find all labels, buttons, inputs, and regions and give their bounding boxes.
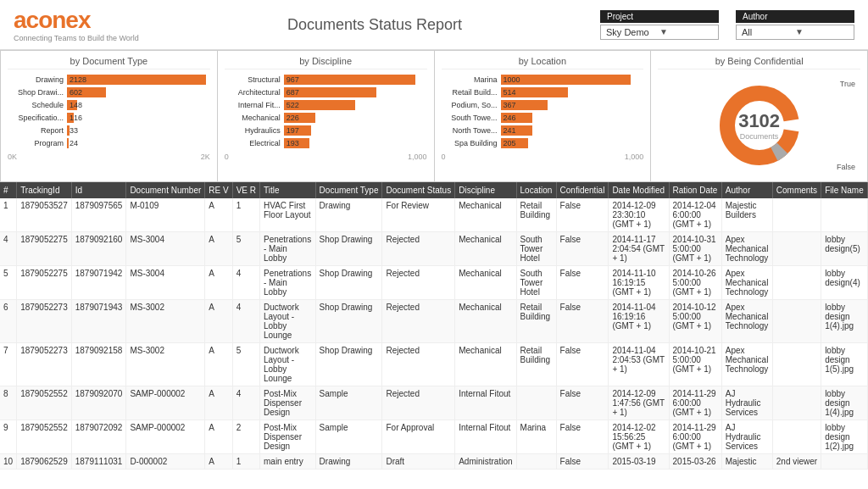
- bar-label: Hydraulics: [225, 126, 284, 135]
- table-cell: 2014-12-09 1:47:56 (GMT + 1): [609, 386, 669, 420]
- bar-container: 1000: [501, 75, 644, 85]
- table-cell: A: [205, 420, 232, 454]
- table-cell: Marina: [516, 420, 556, 454]
- table-cell: Draft: [382, 454, 455, 470]
- bars-location: Marina1000Retail Build...514Podium, So..…: [442, 75, 644, 148]
- table-cell: 2014-10-12 5:00:00 (GMT + 1): [669, 300, 721, 343]
- table-row[interactable]: 918790525521879072092SAMP-000002A2Post-M…: [0, 420, 868, 454]
- bar-container: 602: [67, 87, 210, 97]
- bar-fill: 602: [67, 87, 106, 97]
- table-cell: 2015-03-26: [669, 454, 721, 470]
- table-cell: 2014-11-10 16:19:15 (GMT + 1): [609, 266, 669, 300]
- table-row[interactable]: 518790522751879071942MS-3004A4Penetratio…: [0, 266, 868, 300]
- bar-row: Drawing2128: [8, 75, 210, 85]
- bar-fill: 1000: [501, 75, 632, 85]
- charts-row: by Document Type Drawing2128Shop Drawi..…: [0, 50, 868, 182]
- table-cell: 2014-10-31 5:00:00 (GMT + 1): [669, 232, 721, 266]
- table-cell: South Tower Hotel: [516, 232, 556, 266]
- table-cell: Apex Mechanical Technology: [721, 266, 772, 300]
- bar-fill: 33: [67, 125, 70, 136]
- bar-fill: 148: [67, 100, 77, 110]
- table-cell: Drawing: [315, 198, 382, 232]
- table-row[interactable]: 718790522731879092158MS-3002A5Ductwork L…: [0, 343, 868, 386]
- table-cell: [772, 300, 821, 343]
- table-cell: 4: [0, 232, 17, 266]
- table-cell: MS-3002: [126, 343, 205, 386]
- bar-value: 687: [287, 88, 299, 97]
- table-cell: Rejected: [382, 300, 455, 343]
- bar-container: 24: [67, 138, 210, 148]
- bars-document-type: Drawing2128Shop Drawi...602Schedule148Sp…: [8, 75, 210, 148]
- table-cell: Shop Drawing: [315, 300, 382, 343]
- table-cell: lobby design 1(4).jpg: [821, 300, 868, 343]
- table-cell: [772, 343, 821, 386]
- table-cell: Internal Fitout: [455, 386, 516, 420]
- axis-min: 0: [442, 153, 446, 161]
- col-author: Author: [721, 182, 772, 198]
- project-value: Sky Demo: [606, 27, 659, 37]
- bar-value: 514: [504, 88, 516, 97]
- table-cell: 2014-11-17 2:04:54 (GMT + 1): [609, 232, 669, 266]
- bar-value: 967: [287, 75, 299, 84]
- table-row[interactable]: 1018790625291879111031D-000002A1main ent…: [0, 454, 868, 470]
- bar-fill: 246: [501, 113, 532, 123]
- bar-row: Electrical193: [225, 138, 427, 148]
- bar-value: 522: [287, 101, 299, 109]
- table-cell: lobby design 1(2).jpg: [821, 420, 868, 454]
- bar-label: Marina: [442, 75, 501, 84]
- table-row[interactable]: 118790535271879097565M-0109A1HVAC First …: [0, 198, 868, 232]
- table-cell: 1879071943: [71, 300, 126, 343]
- chart-confidential-title: by Being Confidential: [658, 56, 860, 69]
- table-cell: Post-Mix Dispenser Design: [259, 386, 315, 420]
- project-select[interactable]: Sky Demo ▼: [600, 25, 719, 40]
- bar-fill: 197: [284, 125, 311, 136]
- bar-fill: 367: [501, 100, 548, 110]
- col-tracking-id: TrackingId: [17, 182, 72, 198]
- bar-value: 116: [70, 114, 82, 122]
- donut-false-label: False: [837, 163, 855, 171]
- table-cell: 1879072092: [71, 420, 126, 454]
- table-cell: MS-3004: [126, 232, 205, 266]
- bar-container: 241: [501, 125, 644, 136]
- bar-container: 2128: [67, 75, 210, 85]
- col-num: #: [0, 182, 17, 198]
- bar-row: North Towe...241: [442, 125, 644, 136]
- table-cell: A: [205, 300, 232, 343]
- table-cell: [821, 454, 868, 470]
- author-filter: Author All ▼: [736, 10, 854, 40]
- table-row[interactable]: 818790525521879092070SAMP-000002A4Post-M…: [0, 386, 868, 420]
- table-cell: 2014-11-04 2:04:53 (GMT + 1): [609, 343, 669, 386]
- author-select[interactable]: All ▼: [736, 25, 854, 40]
- filters: Project Sky Demo ▼ Author All ▼: [600, 10, 854, 40]
- table-cell: Sample: [315, 420, 382, 454]
- bar-fill: 116: [67, 113, 74, 123]
- table-header: # TrackingId Id Document Number RE V VE …: [0, 182, 868, 198]
- donut-documents-label: Documents: [738, 132, 780, 141]
- bar-label: Drawing: [8, 75, 67, 84]
- table-cell: 1879062529: [17, 454, 72, 470]
- table-row[interactable]: 418790522751879092160MS-3004A5Penetratio…: [0, 232, 868, 266]
- table-cell: 1879052552: [17, 420, 72, 454]
- table-cell: 2014-10-21 5:00:00 (GMT + 1): [669, 343, 721, 386]
- bar-container: 514: [501, 87, 644, 97]
- bar-fill: 2128: [67, 75, 206, 85]
- table-cell: 5: [0, 266, 17, 300]
- table-cell: 4: [232, 300, 259, 343]
- table-cell: Apex Mechanical Technology: [721, 300, 772, 343]
- bar-row: Shop Drawi...602: [8, 87, 210, 97]
- col-location: Location: [516, 182, 556, 198]
- col-title: Title: [259, 182, 315, 198]
- chart-document-type-title: by Document Type: [8, 56, 210, 69]
- table-cell: SAMP-000002: [126, 420, 205, 454]
- bar-row: Marina1000: [442, 75, 644, 85]
- project-label: Project: [600, 10, 719, 23]
- table-cell: [772, 420, 821, 454]
- table-cell: 1879097565: [71, 198, 126, 232]
- bar-container: 197: [284, 125, 427, 136]
- bar-label: Structural: [225, 75, 284, 84]
- table-cell: Shop Drawing: [315, 232, 382, 266]
- table-cell: 1879052552: [17, 386, 72, 420]
- table-row[interactable]: 618790522731879071943MS-3002A4Ductwork L…: [0, 300, 868, 343]
- bar-value: 241: [504, 126, 516, 135]
- table-cell: Majestic: [721, 454, 772, 470]
